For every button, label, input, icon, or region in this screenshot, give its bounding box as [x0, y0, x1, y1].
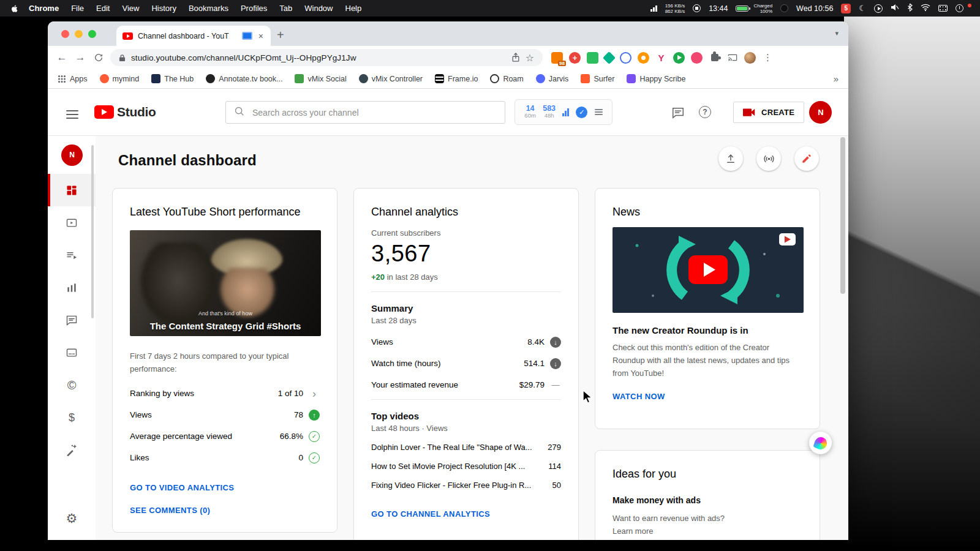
extension-play-icon[interactable] — [673, 52, 685, 64]
bookmark-roam[interactable]: Roam — [490, 74, 523, 83]
minimize-window-button[interactable] — [75, 30, 83, 38]
sidebar-item-customization[interactable] — [48, 433, 96, 466]
fullscreen-window-button[interactable] — [88, 30, 96, 38]
extension-orange-dot-icon[interactable] — [638, 52, 649, 64]
screen-record-stop-icon[interactable] — [693, 4, 701, 12]
bookmark-vmix-controller[interactable]: vMix Controller — [359, 74, 423, 83]
extension-orange-icon[interactable]: 98 — [551, 52, 563, 64]
help-icon[interactable]: ? — [699, 106, 711, 118]
sidebar-item-playlists[interactable] — [48, 239, 96, 271]
sidebar-channel-avatar[interactable]: N — [48, 136, 96, 174]
input-source-icon[interactable] — [938, 5, 948, 12]
sidebar-item-comments[interactable] — [48, 304, 96, 336]
sidebar-item-monetization[interactable]: $ — [48, 401, 96, 433]
bookmark-mymind[interactable]: mymind — [100, 74, 140, 83]
edit-button[interactable] — [794, 146, 819, 171]
extension-pink-icon[interactable] — [691, 52, 703, 64]
lock-icon[interactable] — [119, 54, 126, 62]
go-to-channel-analytics-link[interactable]: GO TO CHANNEL ANALYTICS — [371, 509, 490, 519]
bookmark-surfer[interactable]: Surfer — [581, 74, 614, 83]
close-window-button[interactable] — [61, 30, 69, 38]
forward-button[interactable]: → — [71, 48, 89, 67]
bookmark-the-hub[interactable]: The Hub — [151, 74, 194, 83]
bookmark-jarvis[interactable]: Jarvis — [536, 74, 569, 83]
bookmark-vmix-social[interactable]: vMix Social — [295, 74, 346, 83]
clickup-floating-button[interactable] — [809, 432, 832, 454]
go-to-video-analytics-link[interactable]: GO TO VIDEO ANALYTICS — [130, 483, 320, 492]
watch-now-link[interactable]: WATCH NOW — [612, 392, 665, 401]
bookmark-star-icon[interactable]: ☆ — [526, 52, 534, 64]
metric-ranking-row[interactable]: Ranking by views 1 of 10 › — [130, 383, 320, 404]
bookmark-frameio[interactable]: Frame.io — [435, 74, 478, 83]
menu-profiles[interactable]: Profiles — [235, 4, 273, 13]
extensions-puzzle-icon[interactable] — [709, 52, 720, 64]
menu-edit[interactable]: Edit — [90, 4, 116, 13]
youtube-studio-logo[interactable]: Studio — [94, 105, 156, 119]
channel-avatar[interactable]: N — [809, 101, 832, 124]
top-video-row[interactable]: Dolphin Lover - The Real Life "Shape of … — [371, 438, 561, 457]
profile-avatar[interactable] — [744, 52, 756, 64]
bookmark-apps[interactable]: Apps — [58, 75, 88, 83]
tab-search-chevron-icon[interactable]: ▾ — [835, 29, 839, 37]
wifi-icon[interactable] — [921, 4, 930, 13]
sidebar-item-analytics[interactable] — [48, 271, 96, 304]
address-bar[interactable]: studio.youtube.com/channel/UCKpFOmt_Uj--… — [110, 49, 543, 66]
back-button[interactable]: ← — [53, 48, 71, 67]
page-scrollbar[interactable] — [840, 137, 845, 294]
top-video-row[interactable]: Fixing Video Flicker - Flicker Free Plug… — [371, 476, 561, 495]
bluetooth-icon[interactable] — [907, 3, 913, 13]
menu-file[interactable]: File — [65, 4, 90, 13]
menu-history[interactable]: History — [145, 4, 182, 13]
vidiq-stats-widget[interactable]: 1460m 58348h ✓ — [514, 99, 612, 125]
upload-videos-button[interactable] — [718, 146, 743, 171]
feedback-comment-icon[interactable] — [671, 106, 685, 122]
play-circle-icon[interactable] — [874, 4, 883, 13]
evernote-extension-icon[interactable] — [587, 52, 598, 64]
browser-tab[interactable]: Channel dashboard - YouT × — [116, 26, 271, 46]
vidiq-menu-icon[interactable] — [595, 108, 603, 117]
menu-window[interactable]: Window — [298, 4, 339, 13]
notification-badge-icon[interactable]: 5 — [841, 4, 851, 13]
sidebar-item-content[interactable] — [48, 206, 96, 239]
news-thumbnail[interactable] — [612, 227, 804, 313]
new-tab-button[interactable]: + — [271, 28, 290, 46]
hamburger-menu-icon[interactable] — [66, 108, 78, 121]
sidebar-item-settings[interactable]: ⚙ — [48, 502, 96, 534]
apple-menu-icon[interactable] — [6, 4, 23, 13]
reload-button[interactable] — [89, 48, 108, 67]
bookmarks-overflow-chevron[interactable]: » — [834, 73, 839, 84]
sidebar-item-subtitles[interactable] — [48, 336, 96, 369]
extension-y-icon[interactable]: Y — [655, 52, 667, 64]
studio-search[interactable] — [225, 101, 505, 124]
sidebar-item-copyright[interactable]: © — [48, 369, 96, 401]
create-button[interactable]: CREATE — [733, 102, 804, 123]
volume-muted-icon[interactable] — [891, 4, 899, 13]
menu-tab[interactable]: Tab — [273, 4, 298, 13]
extension-diamond-icon[interactable] — [603, 51, 616, 64]
tab-close-icon[interactable]: × — [257, 31, 265, 42]
menu-help[interactable]: Help — [339, 4, 368, 13]
extension-clock-icon[interactable] — [620, 52, 631, 64]
share-icon[interactable] — [511, 53, 520, 62]
go-live-button[interactable] — [756, 146, 781, 171]
clock-menubar-icon[interactable] — [956, 4, 963, 12]
sidebar-item-feedback[interactable] — [48, 534, 96, 540]
bookmark-annotate[interactable]: Annotate.tv book... — [206, 74, 282, 83]
sidebar-item-dashboard[interactable] — [48, 174, 96, 206]
short-thumbnail[interactable]: And that's kind of how The Content Strat… — [130, 230, 321, 336]
cast-icon[interactable] — [726, 52, 738, 64]
search-input[interactable] — [251, 107, 497, 118]
see-comments-link[interactable]: SEE COMMENTS (0) — [130, 506, 320, 515]
top-video-row[interactable]: How to Set iMovie Project Resolution [4K… — [371, 457, 561, 476]
menubar-datetime[interactable]: Wed 10:56 — [796, 4, 833, 13]
bookmark-happy-scribe[interactable]: Happy Scribe — [627, 74, 685, 83]
sidebar-scrollbar[interactable] — [91, 145, 94, 318]
menubar-app-icon[interactable] — [780, 4, 788, 12]
battery-status[interactable]: Charged 100% — [736, 3, 772, 14]
menu-bookmarks[interactable]: Bookmarks — [183, 4, 235, 13]
chrome-menu-icon[interactable]: ⋮ — [762, 52, 774, 63]
menubar-app-name[interactable]: Chrome — [23, 4, 65, 13]
extension-red-plus-icon[interactable]: + — [569, 52, 581, 64]
network-meter-icon[interactable] — [650, 5, 657, 12]
do-not-disturb-moon-icon[interactable]: ☾ — [859, 4, 866, 13]
